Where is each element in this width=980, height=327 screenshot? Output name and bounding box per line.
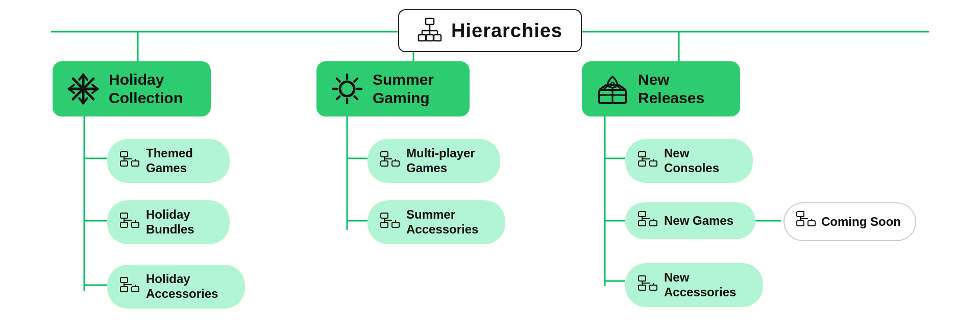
hierarchy-small-icon-7 bbox=[636, 209, 659, 232]
svg-rect-50 bbox=[120, 222, 128, 227]
svg-rect-70 bbox=[381, 152, 388, 157]
svg-rect-44 bbox=[120, 161, 128, 166]
rocket-box-icon bbox=[594, 71, 631, 107]
svg-rect-57 bbox=[132, 287, 139, 292]
new-accessories-label: NewAccessories bbox=[664, 270, 736, 300]
snowflake-icon bbox=[65, 71, 102, 107]
summer-gaming-node[interactable]: SummerGaming bbox=[316, 61, 470, 116]
page-container: Hierarchies bbox=[0, 0, 980, 327]
multiplayer-games-node[interactable]: Multi-playerGames bbox=[368, 139, 500, 183]
svg-rect-78 bbox=[392, 222, 399, 227]
hierarchy-small-icon-3 bbox=[118, 275, 141, 298]
svg-rect-1 bbox=[419, 35, 426, 41]
svg-rect-77 bbox=[381, 222, 388, 227]
svg-rect-87 bbox=[639, 161, 646, 166]
svg-rect-92 bbox=[639, 212, 646, 217]
svg-rect-0 bbox=[426, 18, 434, 25]
svg-rect-45 bbox=[132, 161, 139, 166]
hierarchy-small-icon-1 bbox=[118, 150, 141, 172]
holiday-collection-node[interactable]: HolidayCollection bbox=[53, 61, 211, 116]
hierarchy-small-icon-8 bbox=[796, 211, 816, 233]
sun-icon bbox=[329, 71, 365, 107]
holiday-bundles-label: HolidayBundles bbox=[146, 207, 194, 237]
hierarchy-small-icon-9 bbox=[636, 274, 659, 296]
header-title: Hierarchies bbox=[451, 20, 562, 42]
svg-rect-94 bbox=[650, 221, 657, 226]
svg-rect-88 bbox=[650, 161, 657, 166]
svg-rect-72 bbox=[392, 161, 399, 166]
svg-rect-71 bbox=[381, 161, 388, 166]
themed-games-node[interactable]: ThemedGames bbox=[107, 139, 230, 183]
svg-point-61 bbox=[340, 82, 354, 96]
hierarchy-small-icon-6 bbox=[636, 150, 659, 172]
svg-rect-51 bbox=[132, 222, 139, 227]
summer-accessories-label: SummerAccessories bbox=[406, 207, 478, 237]
svg-rect-3 bbox=[434, 35, 441, 41]
hierarchy-small-icon-4 bbox=[379, 150, 401, 172]
svg-rect-93 bbox=[639, 221, 646, 226]
hierarchy-small-icon-5 bbox=[379, 211, 401, 233]
new-games-node[interactable]: New Games bbox=[625, 202, 755, 239]
new-releases-node[interactable]: NewReleases bbox=[582, 61, 740, 116]
new-consoles-label: NewConsoles bbox=[664, 146, 719, 176]
svg-line-68 bbox=[355, 79, 358, 82]
svg-rect-105 bbox=[639, 285, 646, 290]
new-consoles-node[interactable]: NewConsoles bbox=[625, 139, 753, 183]
summer-accessories-node[interactable]: SummerAccessories bbox=[368, 200, 505, 244]
hierarchy-small-icon-2 bbox=[118, 211, 141, 233]
summer-gaming-label: SummerGaming bbox=[373, 71, 434, 107]
svg-rect-2 bbox=[426, 35, 433, 41]
svg-rect-86 bbox=[639, 152, 646, 157]
svg-line-66 bbox=[337, 79, 340, 82]
svg-rect-100 bbox=[808, 221, 815, 226]
new-releases-label: NewReleases bbox=[638, 71, 704, 107]
multiplayer-games-label: Multi-playerGames bbox=[406, 146, 475, 176]
svg-rect-49 bbox=[120, 213, 128, 218]
holiday-accessories-node[interactable]: HolidayAccessories bbox=[107, 265, 245, 309]
holiday-collection-label: HolidayCollection bbox=[109, 71, 183, 107]
header-box: Hierarchies bbox=[398, 9, 582, 52]
holiday-accessories-label: HolidayAccessories bbox=[146, 272, 218, 301]
holiday-bundles-node[interactable]: HolidayBundles bbox=[107, 200, 230, 244]
svg-rect-106 bbox=[650, 285, 657, 290]
svg-line-69 bbox=[337, 97, 340, 100]
svg-rect-43 bbox=[120, 152, 128, 157]
svg-rect-76 bbox=[381, 213, 388, 218]
coming-soon-node[interactable]: Coming Soon bbox=[783, 202, 916, 241]
svg-rect-104 bbox=[639, 276, 646, 281]
svg-rect-99 bbox=[797, 221, 804, 226]
hierarchy-icon bbox=[418, 17, 442, 44]
svg-rect-56 bbox=[120, 287, 128, 292]
new-accessories-node[interactable]: NewAccessories bbox=[625, 263, 763, 307]
svg-rect-55 bbox=[120, 277, 128, 283]
coming-soon-label: Coming Soon bbox=[821, 215, 901, 229]
svg-line-67 bbox=[355, 97, 358, 100]
themed-games-label: ThemedGames bbox=[146, 146, 193, 176]
svg-rect-98 bbox=[797, 212, 804, 217]
new-games-label: New Games bbox=[664, 214, 733, 228]
